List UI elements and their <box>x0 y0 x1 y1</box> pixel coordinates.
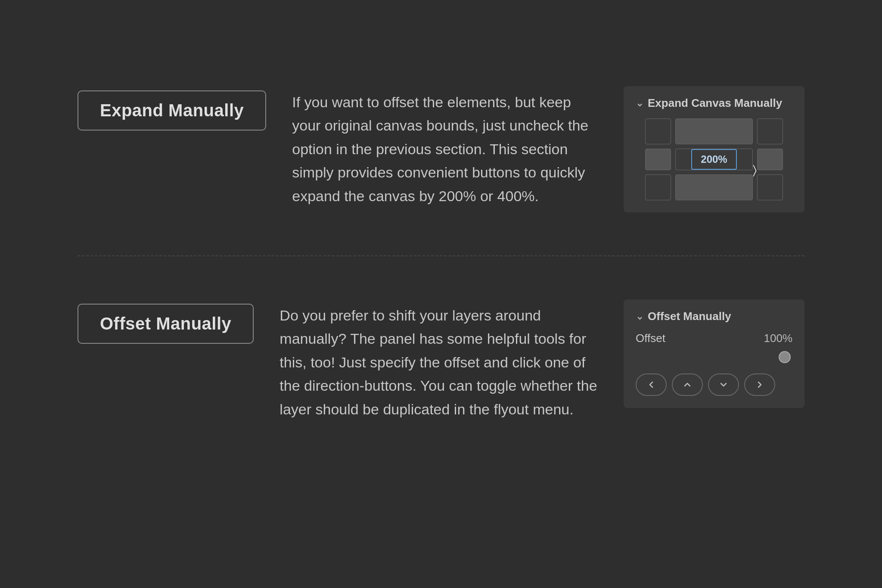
grid-corner-tr <box>757 118 783 144</box>
direction-left-button[interactable] <box>636 373 667 396</box>
offset-label-row: Offset 100% <box>636 332 792 345</box>
direction-up-button[interactable] <box>672 373 703 396</box>
arrow-right-icon <box>755 380 765 390</box>
expand-200-button[interactable]: 200% <box>691 149 736 170</box>
grid-corner-tl <box>645 118 671 144</box>
direction-right-button[interactable] <box>744 373 775 396</box>
offset-value: 100% <box>764 332 793 345</box>
offset-section: Offset Manually Do you prefer to shift y… <box>43 265 839 455</box>
arrow-down-icon <box>718 380 729 390</box>
offset-description: Do you prefer to shift your layers aroun… <box>280 299 598 421</box>
arrow-up-icon <box>682 380 693 390</box>
grid-corner-bl <box>645 174 671 200</box>
expand-label-area: Expand Manually <box>78 86 266 131</box>
page-wrapper: Expand Manually If you want to offset th… <box>0 0 882 588</box>
arrow-left-icon <box>646 380 656 390</box>
expand-panel-title: Expand Canvas Manually <box>648 96 782 110</box>
chevron-icon: ⌄ <box>636 98 643 109</box>
offset-label-area: Offset Manually <box>78 299 254 344</box>
offset-panel-preview: ⌄ Offset Manually Offset 100% <box>624 299 804 408</box>
canvas-grid: 200% 〉 <box>645 118 783 200</box>
grid-top-center <box>675 118 753 144</box>
offset-panel-header: ⌄ Offset Manually <box>636 310 792 323</box>
grid-corner-br <box>757 174 783 200</box>
section-divider <box>78 255 804 256</box>
offset-slider-row <box>636 351 792 363</box>
offset-panel-title: Offset Manually <box>648 310 731 323</box>
direction-down-button[interactable] <box>708 373 739 396</box>
expand-description: If you want to offset the elements, but … <box>292 86 598 208</box>
offset-slider-thumb[interactable] <box>779 351 791 363</box>
cursor-indicator: 〉 <box>753 163 757 177</box>
expand-panel-header: ⌄ Expand Canvas Manually <box>636 96 792 110</box>
offset-label: Offset <box>636 332 665 345</box>
expand-manually-button[interactable]: Expand Manually <box>78 90 266 131</box>
offset-chevron-icon: ⌄ <box>636 311 643 322</box>
grid-bottom-center <box>675 174 753 200</box>
grid-center: 200% 〉 <box>675 149 753 170</box>
expand-section: Expand Manually If you want to offset th… <box>43 52 839 247</box>
offset-manually-button[interactable]: Offset Manually <box>78 304 254 344</box>
direction-buttons-group <box>636 373 792 396</box>
grid-left-center <box>645 149 671 170</box>
expand-panel-preview: ⌄ Expand Canvas Manually 200% 〉 <box>624 86 804 212</box>
grid-right-center <box>757 149 783 170</box>
